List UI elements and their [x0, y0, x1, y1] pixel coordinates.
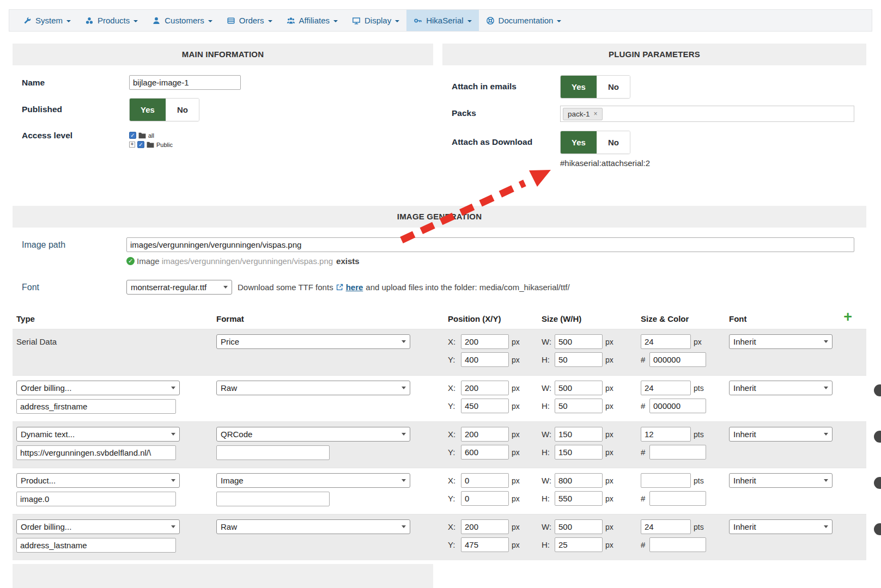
- pos-x-input[interactable]: [461, 334, 509, 349]
- format-value-input[interactable]: [216, 445, 330, 460]
- published-yes-button[interactable]: Yes: [130, 99, 166, 121]
- menu-item-display[interactable]: Display: [345, 10, 406, 31]
- checkbox-checked-icon[interactable]: [137, 141, 144, 148]
- size-w-input[interactable]: [555, 519, 603, 534]
- format-select[interactable]: Image: [216, 473, 410, 488]
- type-value-input[interactable]: [16, 538, 176, 553]
- row-font-select[interactable]: Inherit: [729, 519, 833, 534]
- font-size-input[interactable]: [641, 334, 691, 349]
- color-input[interactable]: [649, 445, 706, 460]
- size-w-input[interactable]: [555, 334, 603, 349]
- pos-y-input[interactable]: [461, 352, 509, 367]
- attach-download-no-button[interactable]: No: [597, 131, 630, 154]
- attach-emails-yes-button[interactable]: Yes: [561, 76, 597, 98]
- pos-y-input[interactable]: [461, 445, 509, 460]
- menu-item-orders[interactable]: Orders: [220, 10, 280, 31]
- size-h-input[interactable]: [555, 445, 603, 460]
- published-no-button[interactable]: No: [166, 99, 199, 121]
- menu-item-hikaserial[interactable]: HikaSerial: [406, 10, 478, 31]
- type-select[interactable]: Order billing...: [16, 519, 180, 534]
- type-value-input[interactable]: [16, 492, 176, 506]
- format-select-wrap: Price: [216, 334, 410, 349]
- unit-label: px: [605, 356, 613, 364]
- type-value-input[interactable]: [16, 445, 176, 460]
- axis-label: H:: [542, 401, 552, 411]
- checkbox-checked-icon[interactable]: [129, 132, 136, 139]
- type-select[interactable]: Order billing...: [16, 381, 180, 395]
- image-generation-section: IMAGE GENERATION Image path Image images…: [13, 206, 866, 560]
- delete-row-button[interactable]: [874, 384, 881, 396]
- axis-label: H:: [542, 355, 552, 364]
- format-select[interactable]: QRCode: [216, 427, 410, 442]
- add-line-icon[interactable]: +: [843, 309, 852, 326]
- table-row: Product...ImageX:pxY:pxW:pxH:pxpts#Inher…: [13, 468, 866, 514]
- pos-x-input[interactable]: [461, 381, 509, 395]
- size-w-input[interactable]: [555, 381, 603, 395]
- chevron-down-icon: [66, 20, 71, 22]
- type-value-input[interactable]: [16, 399, 176, 414]
- name-input[interactable]: [129, 75, 241, 90]
- pos-x-input[interactable]: [461, 427, 509, 442]
- axis-label: X:: [448, 476, 459, 485]
- pos-x-input[interactable]: [461, 519, 509, 534]
- unit-label: px: [694, 338, 702, 346]
- here-link[interactable]: here: [346, 283, 363, 292]
- font-select-wrap: montserrat-regular.ttf: [126, 280, 232, 295]
- menu-item-affiliates[interactable]: Affiliates: [280, 10, 345, 31]
- color-input[interactable]: [649, 352, 706, 367]
- attach-download-yes-button[interactable]: Yes: [561, 131, 597, 154]
- delete-row-button[interactable]: [874, 523, 881, 535]
- tree-expand-icon[interactable]: [129, 142, 135, 148]
- menu-item-system[interactable]: System: [16, 10, 78, 31]
- pos-x-input[interactable]: [461, 473, 509, 488]
- format-select-wrap: Raw: [216, 381, 410, 395]
- size-w-input[interactable]: [555, 473, 603, 488]
- color-input[interactable]: [649, 399, 706, 413]
- menu-item-customers[interactable]: Customers: [145, 10, 220, 31]
- format-select[interactable]: Raw: [216, 381, 410, 395]
- packs-field[interactable]: pack-1 ×: [560, 106, 854, 122]
- axis-label: X:: [448, 337, 459, 346]
- next-section-header: [13, 564, 433, 588]
- menu-item-products[interactable]: Products: [78, 10, 145, 31]
- size-h-input[interactable]: [555, 537, 603, 552]
- menu-item-documentation[interactable]: Documentation: [479, 10, 569, 31]
- row-font-select[interactable]: Inherit: [729, 473, 833, 488]
- size-w-input[interactable]: [555, 427, 603, 442]
- row-font-select[interactable]: Inherit: [729, 427, 833, 442]
- size-h-input[interactable]: [555, 491, 603, 506]
- type-select-wrap: Order billing...: [16, 519, 180, 534]
- users-group-icon: [287, 16, 295, 25]
- image-path-input[interactable]: [126, 237, 854, 252]
- format-value-input[interactable]: [216, 492, 330, 506]
- format-select-wrap: Raw: [216, 519, 410, 534]
- delete-row-button[interactable]: [874, 477, 881, 489]
- remove-tag-icon[interactable]: ×: [594, 110, 598, 118]
- attach-emails-no-button[interactable]: No: [597, 76, 630, 98]
- color-input[interactable]: [649, 491, 706, 506]
- attach-as-download-label: Attach as Download: [452, 131, 560, 147]
- pos-y-input[interactable]: [461, 491, 509, 506]
- font-select[interactable]: montserrat-regular.ttf: [126, 280, 232, 295]
- menu-item-label: Display: [364, 16, 391, 25]
- font-size-input[interactable]: [641, 473, 691, 488]
- font-size-input[interactable]: [641, 519, 691, 534]
- format-select[interactable]: Price: [216, 334, 410, 349]
- pos-y-input[interactable]: [461, 537, 509, 552]
- type-label: Serial Data: [16, 334, 212, 346]
- menu-item-label: HikaSerial: [426, 16, 463, 25]
- row-font-select[interactable]: Inherit: [729, 381, 833, 395]
- font-size-input[interactable]: [641, 381, 691, 395]
- format-select[interactable]: Raw: [216, 519, 410, 534]
- pos-y-input[interactable]: [461, 399, 509, 413]
- type-select[interactable]: Product...: [16, 473, 180, 488]
- axis-label: W:: [542, 522, 552, 531]
- font-size-input[interactable]: [641, 427, 691, 442]
- size-h-input[interactable]: [555, 399, 603, 413]
- menu-item-label: Customers: [165, 16, 204, 25]
- delete-row-button[interactable]: [874, 431, 881, 443]
- row-font-select[interactable]: Inherit: [729, 334, 833, 349]
- size-h-input[interactable]: [555, 352, 603, 367]
- color-input[interactable]: [649, 537, 706, 552]
- type-select[interactable]: Dynamic text...: [16, 427, 180, 442]
